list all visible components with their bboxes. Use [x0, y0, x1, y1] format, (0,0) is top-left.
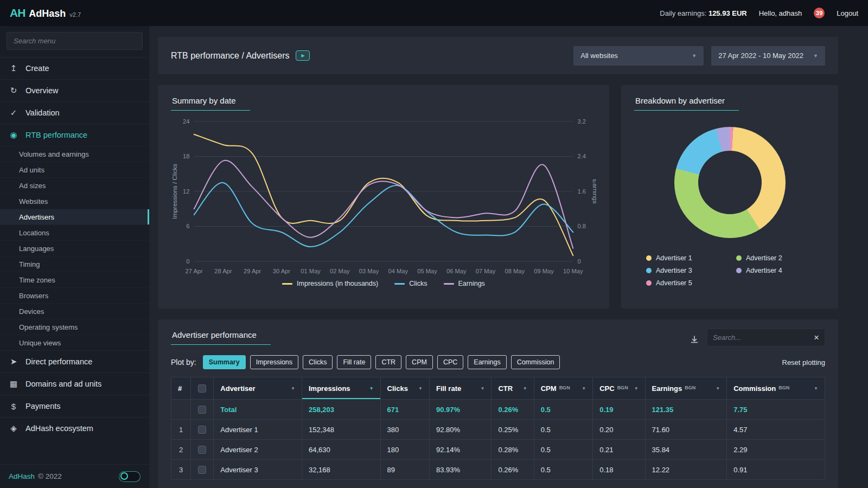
plot-by-cpc-button[interactable]: CPC — [437, 355, 463, 369]
cell-fill_rate: 92.14% — [429, 440, 491, 460]
websites-dropdown[interactable]: All websites ▼ — [573, 46, 704, 66]
download-icon[interactable] — [690, 335, 699, 344]
donut-legend-item[interactable]: Advertiser 4 — [736, 267, 821, 274]
cell-commission: 2.29 — [727, 440, 825, 460]
logout-button[interactable]: Logout — [837, 9, 858, 17]
column-header-fill_rate[interactable]: Fill rate▼ — [429, 377, 491, 400]
plot-by-clicks-button[interactable]: Clicks — [303, 355, 333, 369]
column-header-cpm[interactable]: CPMBGN▼ — [534, 377, 592, 400]
plot-by-earnings-button[interactable]: Earnings — [468, 355, 506, 369]
row-checkbox[interactable] — [198, 406, 206, 414]
daily-earnings-value: 125.93 EUR — [709, 9, 747, 17]
sidebar-item-advertisers[interactable]: Advertisers — [0, 209, 149, 224]
chevron-down-icon: ▼ — [813, 53, 818, 59]
sidebar-item-operating-systems[interactable]: Operating systems — [0, 319, 149, 335]
column-header-clicks[interactable]: Clicks▼ — [380, 377, 429, 400]
sort-arrow-icon[interactable]: ▼ — [291, 386, 295, 391]
footer-brand-link[interactable]: AdHash — [9, 472, 35, 480]
row-checkbox[interactable] — [198, 446, 206, 454]
notification-badge[interactable]: 39 — [814, 8, 825, 18]
sidebar-item-adhash-ecosystem[interactable]: ◈AdHash ecosystem — [0, 417, 149, 439]
legend-item[interactable]: Clicks — [394, 280, 427, 287]
sidebar-item-browsers[interactable]: Browsers — [0, 287, 149, 303]
sidebar-item-time-zones[interactable]: Time zones — [0, 272, 149, 287]
svg-text:2.4: 2.4 — [577, 153, 586, 160]
svg-text:0.8: 0.8 — [577, 223, 586, 230]
sidebar-item-unique-views[interactable]: Unique views — [0, 335, 149, 350]
cell-advertiser: Total — [214, 400, 302, 420]
sort-arrow-icon[interactable]: ▼ — [634, 386, 639, 391]
column-header-commission[interactable]: CommissionBGN▼ — [727, 377, 825, 400]
legend-item[interactable]: Earnings — [444, 280, 485, 287]
sidebar-item-overview[interactable]: ↻Overview — [0, 79, 149, 101]
cell-cpm: 0.5 — [534, 460, 592, 480]
cell-ctr: 0.28% — [492, 440, 534, 460]
sidebar-item-devices[interactable]: Devices — [0, 303, 149, 319]
sidebar-item-validation[interactable]: ✓Validation — [0, 101, 149, 124]
plot-by-summary-button[interactable]: Summary — [203, 355, 246, 369]
sidebar-item-domains-and-ad-units[interactable]: ▦Domains and ad units — [0, 373, 149, 395]
column-header-ctr[interactable]: CTR▼ — [492, 377, 534, 400]
sidebar-item-languages[interactable]: Languages — [0, 240, 149, 256]
cell-fill_rate: 92.80% — [429, 420, 491, 440]
column-header-cpc[interactable]: CPCBGN▼ — [593, 377, 645, 400]
sidebar-item-payments[interactable]: $Payments — [0, 395, 149, 417]
sidebar-item-direct-performance[interactable]: ➤Direct performance — [0, 350, 149, 373]
svg-text:12: 12 — [183, 188, 189, 195]
sidebar-item-ad-units[interactable]: Ad units — [0, 162, 149, 177]
sidebar-item-label: Timing — [19, 260, 40, 268]
sort-arrow-icon[interactable]: ▼ — [523, 386, 527, 391]
table-row: 1Advertiser 1152,34838092.80%0.25%0.50.2… — [171, 420, 825, 440]
select-all-checkbox[interactable] — [198, 384, 206, 393]
adhash-logo[interactable]: AH AdHash v2.7 — [10, 7, 81, 20]
sort-arrow-icon[interactable]: ▼ — [481, 386, 485, 391]
cell-ctr: 0.25% — [492, 420, 534, 440]
reset-plotting-button[interactable]: Reset plotting — [782, 358, 826, 367]
sidebar-item-volumes-and-earnings[interactable]: Volumes and earnings — [0, 146, 149, 162]
row-checkbox[interactable] — [198, 426, 206, 434]
date-range-dropdown[interactable]: 27 Apr 2022 - 10 May 2022 ▼ — [711, 46, 825, 66]
plot-by-fill-rate-button[interactable]: Fill rate — [337, 355, 371, 369]
play-button[interactable]: ▶ — [296, 50, 310, 61]
sort-arrow-icon[interactable]: ▼ — [418, 386, 423, 391]
sidebar-item-locations[interactable]: Locations — [0, 224, 149, 240]
cell-commission: 7.75 — [727, 400, 825, 420]
donut-legend-item[interactable]: Advertiser 1 — [646, 254, 731, 262]
sidebar-item-websites[interactable]: Websites — [0, 193, 149, 209]
advertiser-donut-chart — [674, 127, 786, 238]
donut-legend-item[interactable]: Advertiser 3 — [646, 267, 731, 274]
sidebar-item-label: Time zones — [19, 276, 55, 284]
plot-by-cpm-button[interactable]: CPM — [406, 355, 433, 369]
sidebar-item-ad-sizes[interactable]: Ad sizes — [0, 177, 149, 193]
sidebar-item-timing[interactable]: Timing — [0, 256, 149, 272]
sort-arrow-icon[interactable]: ▼ — [716, 386, 720, 391]
svg-text:07 May: 07 May — [476, 268, 496, 274]
column-header-impressions[interactable]: Impressions▼ — [302, 377, 380, 400]
plot-by-ctr-button[interactable]: CTR — [375, 355, 401, 369]
theme-toggle[interactable] — [119, 471, 141, 482]
column-header-earnings[interactable]: EarningsBGN▼ — [645, 377, 727, 400]
column-header-advertiser[interactable]: Advertiser▼ — [214, 377, 302, 400]
cell-fill_rate: 83.93% — [429, 460, 491, 480]
plot-by-commission-button[interactable]: Commission — [511, 355, 560, 369]
sidebar-search-input[interactable] — [7, 32, 143, 50]
create-icon: ↥ — [9, 63, 18, 73]
legend-item[interactable]: Impressions (in thousands) — [282, 280, 378, 287]
summary-line-chart: 0612182400.81.62.43.227 Apr28 Apr29 Apr3… — [171, 114, 596, 278]
sidebar-item-rtb-performance[interactable]: ◉RTB performance — [0, 124, 149, 146]
plot-by-impressions-button[interactable]: Impressions — [250, 355, 298, 369]
breadcrumb: RTB performance / Advertisers — [171, 51, 289, 61]
sort-arrow-icon[interactable]: ▼ — [369, 386, 374, 391]
sort-arrow-icon[interactable]: ▼ — [582, 386, 586, 391]
sort-arrow-icon[interactable]: ▼ — [814, 386, 818, 391]
sidebar-item-create[interactable]: ↥Create — [0, 57, 149, 79]
row-checkbox[interactable] — [198, 466, 206, 474]
donut-legend-item[interactable]: Advertiser 2 — [736, 254, 821, 262]
close-icon[interactable]: × — [814, 333, 819, 342]
cell-clicks: 671 — [380, 400, 429, 420]
legend-color-icon — [394, 283, 405, 285]
donut-legend-item[interactable]: Advertiser 5 — [646, 279, 731, 287]
legend-label: Advertiser 5 — [656, 279, 692, 287]
table-search-input[interactable] — [713, 333, 814, 342]
cell-impressions: 64,630 — [302, 440, 380, 460]
